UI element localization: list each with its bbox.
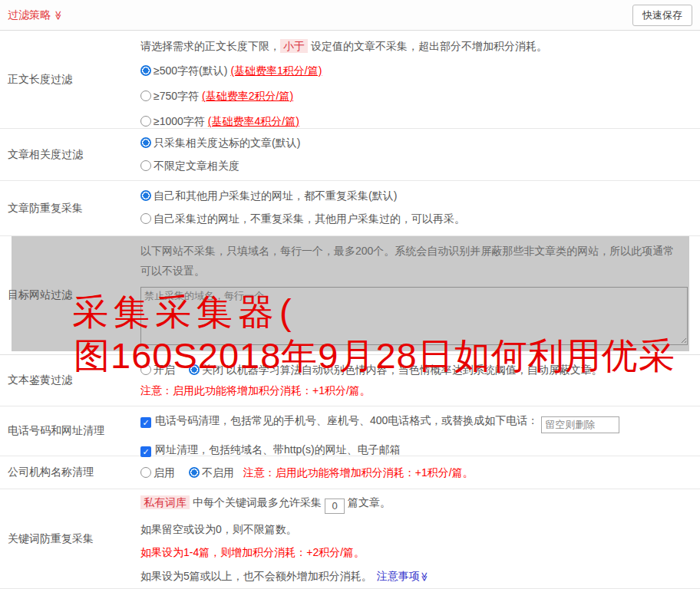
radio-porn-on[interactable] xyxy=(140,364,151,375)
keyword-dedup-line-2: 如果留空或设为0，则不限篇数。 xyxy=(140,521,688,538)
phone-clean-option: 电话号码清理，包括常见的手机号、座机号、400电话格式，或替换成如下电话： xyxy=(140,412,688,433)
porn-option-on[interactable]: 开启 xyxy=(140,364,175,376)
company-clean-note: 注意：启用此功能将增加积分消耗：+1积分/篇。 xyxy=(243,466,474,479)
less-than-highlight: 小于 xyxy=(280,39,308,53)
porn-filter-label: 文本鉴黄过滤 xyxy=(0,355,140,406)
relevance-filter-label: 文章相关度过滤 xyxy=(0,129,140,180)
length-filter-label: 正文长度过滤 xyxy=(0,31,140,128)
section-relevance-filter: 文章相关度过滤 只采集相关度达标的文章(默认) 不限定文章相关度 xyxy=(0,129,700,181)
dedup-option-1[interactable]: 自己和其他用户采集过的网址，都不重复采集(默认) xyxy=(140,187,688,204)
radio-dedup-own[interactable] xyxy=(140,213,151,224)
company-clean-options: 启用 不启用 注意：启用此功能将增加积分消耗：+1积分/篇。 xyxy=(140,464,688,481)
notes-link[interactable]: 注意事项 xyxy=(377,570,420,582)
radio-relevance-any[interactable] xyxy=(140,160,151,171)
company-option-off[interactable]: 不启用 xyxy=(189,466,234,479)
relevance-option-1[interactable]: 只采集相关度达标的文章(默认) xyxy=(140,134,688,151)
length-option-500[interactable]: ≥500字符(默认)(基础费率1积分/篇) xyxy=(140,63,688,79)
radio-company-on[interactable] xyxy=(140,467,151,478)
radio-company-off-checked[interactable] xyxy=(189,467,200,478)
checkbox-url-checked[interactable] xyxy=(140,446,151,457)
checkbox-phone-checked[interactable] xyxy=(140,417,151,428)
porn-filter-note: 注意：启用此功能将增加积分消耗：+1积分/篇。 xyxy=(140,383,688,399)
section-dedup-filter: 文章防重复采集 自己和其他用户采集过的网址，都不重复采集(默认) 自己采集过的网… xyxy=(0,181,700,236)
company-option-on[interactable]: 启用 xyxy=(140,466,175,479)
replacement-phone-input[interactable] xyxy=(541,416,619,433)
keyword-dedup-line-1: 私有词库中每个关键词最多允许采集篇文章。 xyxy=(140,494,688,514)
radio-dedup-all-checked[interactable] xyxy=(140,190,151,201)
site-filter-description: 以下网站不采集，只填域名，每行一个，最多200个。系统会自动识别并屏蔽那些非文章… xyxy=(140,241,678,281)
section-phone-clean: 电话号码和网址清理 电话号码清理，包括常见的手机号、座机号、400电话格式，或替… xyxy=(0,406,700,456)
page-title[interactable]: 过滤策略 ≫ xyxy=(8,8,64,22)
relevance-option-2[interactable]: 不限定文章相关度 xyxy=(140,157,688,174)
radio-porn-off-checked[interactable] xyxy=(189,364,200,375)
chevron-down-icon: ≫ xyxy=(420,571,429,581)
length-option-750[interactable]: ≥750字符(基础费率2积分/篇) xyxy=(140,88,688,104)
fee-note-750: (基础费率2积分/篇) xyxy=(202,90,293,102)
section-keyword-dedup: 关键词防重复采集 私有词库中每个关键词最多允许采集篇文章。 如果留空或设为0，则… xyxy=(0,489,700,589)
keyword-dedup-line-3: 如果设为1-4篇，则增加积分消耗：+2积分/篇。 xyxy=(140,545,688,561)
radio-750[interactable] xyxy=(140,90,151,101)
porn-option-off[interactable]: 关闭 xyxy=(189,364,223,376)
phone-clean-label: 电话号码和网址清理 xyxy=(0,406,140,456)
section-porn-filter: 文本鉴黄过滤 开启 关闭 以机器学习算法自动识别色情内容，当色情概率达到系统阈值… xyxy=(0,355,700,406)
keyword-dedup-line-4: 如果设为5篇或以上，也不会额外增加积分消耗。注意事项≫ xyxy=(140,568,688,584)
url-clean-option: 网址清理，包括纯域名、带http(s)的网址、电子邮箱 xyxy=(140,441,688,458)
private-thesaurus-badge: 私有词库 xyxy=(140,495,190,509)
chevron-down-icon: ≫ xyxy=(54,10,63,20)
porn-filter-options: 开启 关闭 以机器学习算法自动识别色情内容，当色情概率达到系统阈值，自动屏蔽文章… xyxy=(140,361,688,378)
section-company-clean: 公司机构名称清理 启用 不启用 注意：启用此功能将增加积分消耗：+1积分/篇。 xyxy=(0,456,700,489)
fee-note-1000: (基础费率4积分/篇) xyxy=(208,115,299,127)
porn-filter-description: 以机器学习算法自动识别色情内容，当色情概率达到系统阈值，自动屏蔽文章。 xyxy=(226,364,603,376)
radio-1000[interactable] xyxy=(140,116,151,127)
fee-note-500: (基础费率1积分/篇) xyxy=(230,64,322,77)
keyword-dedup-label: 关键词防重复采集 xyxy=(0,489,140,588)
radio-relevance-match-checked[interactable] xyxy=(140,137,151,148)
page-title-text: 过滤策略 xyxy=(8,8,51,22)
length-filter-intro: 请选择需求的正文长度下限，小于 设定值的文章不采集，超出部分不增加积分消耗。 xyxy=(140,38,688,54)
max-articles-input[interactable] xyxy=(325,499,345,514)
blocked-domains-textarea[interactable] xyxy=(140,287,688,345)
page-header: 过滤策略 ≫ 快速保存 xyxy=(0,0,700,31)
site-filter-label: 目标网站过滤 xyxy=(0,236,140,354)
radio-500-checked[interactable] xyxy=(140,65,151,76)
company-clean-label: 公司机构名称清理 xyxy=(0,456,140,489)
length-option-1000[interactable]: ≥1000字符(基础费率4积分/篇) xyxy=(140,114,688,130)
section-site-filter: 目标网站过滤 以下网站不采集，只填域名，每行一个，最多200个。系统会自动识别并… xyxy=(0,236,700,355)
quick-save-button[interactable]: 快速保存 xyxy=(632,5,692,26)
section-length-filter: 正文长度过滤 请选择需求的正文长度下限，小于 设定值的文章不采集，超出部分不增加… xyxy=(0,31,700,129)
dedup-option-2[interactable]: 自己采集过的网址，不重复采集，其他用户采集过的，可以再采。 xyxy=(140,210,688,227)
dedup-filter-label: 文章防重复采集 xyxy=(0,181,140,235)
